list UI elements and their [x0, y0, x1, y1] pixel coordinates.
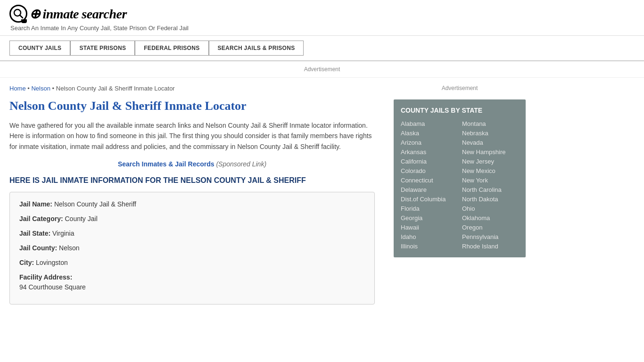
state-colorado[interactable]: Colorado [401, 167, 457, 175]
breadcrumb: Home • Nelson • Nelson County Jail & She… [9, 85, 375, 92]
state-alabama[interactable]: Alabama [401, 120, 457, 128]
state-illinois[interactable]: Illinois [401, 242, 457, 250]
state-georgia[interactable]: Georgia [401, 214, 457, 222]
jail-county-val: Nelson [59, 244, 80, 252]
state-north-dakota[interactable]: North Dakota [462, 195, 519, 203]
svg-line-1 [20, 15, 23, 18]
state-idaho[interactable]: Idaho [401, 233, 457, 241]
jail-category-label: Jail Category: [19, 215, 63, 222]
breadcrumb-nelson-link[interactable]: Nelson [31, 85, 50, 92]
city-label: City: [19, 259, 34, 266]
state-connecticut[interactable]: Connecticut [401, 176, 457, 184]
description-text: We have gathered for you all the availab… [9, 120, 375, 152]
sponsored-link[interactable]: Search Inmates & Jail Records [118, 160, 215, 168]
jail-category-val: County Jail [65, 215, 97, 222]
sponsored-link-area: Search Inmates & Jail Records (Sponsored… [9, 160, 375, 168]
logo-area: ⊕ inmate searcher [9, 5, 635, 23]
breadcrumb-home-link[interactable]: Home [9, 85, 26, 92]
jail-state-label: Jail State: [19, 230, 50, 237]
address-value: 94 Courthouse Square [19, 283, 86, 291]
state-oregon[interactable]: Oregon [462, 223, 519, 231]
state-alaska[interactable]: Alaska [401, 129, 457, 137]
jail-state-val: Virginia [52, 230, 74, 237]
state-california[interactable]: California [401, 157, 457, 165]
jail-state-row: Jail State: Virginia [19, 229, 365, 239]
city-val: Lovingston [36, 259, 68, 266]
main-content: Home • Nelson • Nelson County Jail & She… [0, 78, 387, 314]
tagline: Search An Inmate In Any County Jail, Sta… [10, 25, 635, 32]
state-hawaii[interactable]: Hawaii [401, 223, 457, 231]
state-oklahoma[interactable]: Oklahoma [462, 214, 519, 222]
breadcrumb-separator2: • [52, 85, 56, 92]
county-jails-box: COUNTY JAILS BY STATE Alabama Alaska Ari… [394, 99, 526, 257]
state-nevada[interactable]: Nevada [462, 139, 519, 147]
page-title: Nelson County Jail & Sheriff Inmate Loca… [9, 99, 375, 113]
nav-search-jails[interactable]: SEARCH JAILS & PRISONS [209, 41, 304, 56]
nav-state-prisons[interactable]: STATE PRISONS [70, 41, 135, 56]
sponsored-suffix: (Sponsored Link) [216, 160, 266, 168]
state-arizona[interactable]: Arizona [401, 139, 457, 147]
logo-icon [9, 5, 27, 23]
state-nebraska[interactable]: Nebraska [462, 129, 519, 137]
sidebar-ad: Advertisement [394, 82, 526, 94]
state-dc[interactable]: Dist.of Columbia [401, 195, 457, 203]
nav-buttons: COUNTY JAILS STATE PRISONS FEDERAL PRISO… [9, 41, 635, 56]
state-list: Alabama Alaska Arizona Arkansas Californ… [401, 120, 519, 250]
jail-county-row: Jail County: Nelson [19, 243, 365, 253]
nav-county-jails[interactable]: COUNTY JAILS [9, 41, 70, 56]
jail-name-label: Jail Name: [19, 200, 52, 208]
address-label: Facility Address: [19, 273, 72, 281]
header: ⊕ inmate searcher Search An Inmate In An… [0, 0, 644, 36]
jail-category-row: Jail Category: County Jail [19, 214, 365, 224]
ad-banner: Advertisement [0, 61, 644, 78]
state-new-york[interactable]: New York [462, 176, 519, 184]
info-card: Jail Name: Nelson County Jail & Sheriff … [9, 192, 375, 304]
logo-text: ⊕ inmate searcher [29, 6, 127, 22]
jail-name-row: Jail Name: Nelson County Jail & Sheriff [19, 199, 365, 209]
county-jails-title: COUNTY JAILS BY STATE [401, 107, 519, 114]
address-row: Facility Address: 94 Courthouse Square [19, 272, 365, 292]
jail-county-label: Jail County: [19, 244, 57, 252]
state-col1: Alabama Alaska Arizona Arkansas Californ… [401, 120, 457, 250]
jail-name-val: Nelson County Jail & Sheriff [54, 200, 136, 208]
sidebar: Advertisement COUNTY JAILS BY STATE Alab… [387, 78, 533, 314]
breadcrumb-current: Nelson County Jail & Sheriff Inmate Loca… [56, 85, 175, 92]
state-arkansas[interactable]: Arkansas [401, 148, 457, 156]
nav-bar: COUNTY JAILS STATE PRISONS FEDERAL PRISO… [0, 36, 644, 61]
state-montana[interactable]: Montana [462, 120, 519, 128]
state-new-jersey[interactable]: New Jersey [462, 157, 519, 165]
state-delaware[interactable]: Delaware [401, 186, 457, 194]
state-new-mexico[interactable]: New Mexico [462, 167, 519, 175]
nav-federal-prisons[interactable]: FEDERAL PRISONS [135, 41, 208, 56]
city-row: City: Lovingston [19, 258, 365, 268]
state-ohio[interactable]: Ohio [462, 205, 519, 213]
state-new-hampshire[interactable]: New Hampshire [462, 148, 519, 156]
state-florida[interactable]: Florida [401, 205, 457, 213]
section-heading: HERE IS JAIL INMATE INFORMATION FOR THE … [9, 176, 375, 185]
state-north-carolina[interactable]: North Carolina [462, 186, 519, 194]
state-rhode-island[interactable]: Rhode Island [462, 242, 519, 250]
main-layout: Home • Nelson • Nelson County Jail & She… [0, 78, 644, 314]
state-pennsylvania[interactable]: Pennsylvania [462, 233, 519, 241]
state-col2: Montana Nebraska Nevada New Hampshire Ne… [462, 120, 519, 250]
